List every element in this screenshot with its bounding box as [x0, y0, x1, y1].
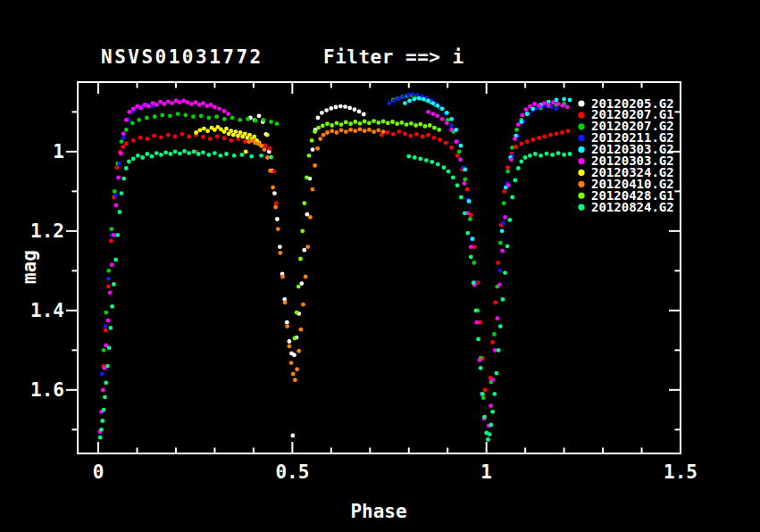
data-point — [430, 101, 435, 105]
data-point — [495, 316, 499, 320]
data-point — [395, 121, 399, 126]
data-point — [295, 367, 299, 371]
data-point — [285, 324, 289, 328]
data-point — [372, 129, 376, 134]
legend-marker-icon — [578, 181, 584, 187]
data-point — [516, 166, 521, 170]
data-point — [135, 104, 139, 109]
legend-marker-icon — [578, 123, 584, 129]
data-point — [102, 348, 106, 353]
data-point — [214, 114, 219, 119]
data-point — [119, 152, 123, 156]
data-point — [178, 152, 182, 156]
data-point — [106, 277, 111, 281]
data-point — [413, 123, 418, 128]
series-20120410.G2-7 — [246, 128, 385, 383]
data-point — [459, 195, 464, 200]
data-point — [542, 101, 547, 105]
data-point — [186, 100, 190, 104]
data-point — [409, 134, 413, 138]
data-point — [436, 113, 440, 118]
data-point — [191, 114, 196, 119]
data-point — [108, 290, 113, 295]
data-point — [143, 103, 147, 107]
data-point — [201, 101, 205, 105]
data-point — [405, 122, 409, 127]
data-point — [347, 106, 352, 111]
data-point — [181, 99, 186, 104]
data-point — [102, 408, 106, 412]
data-point — [138, 136, 143, 140]
data-point — [127, 160, 131, 164]
data-point — [170, 101, 174, 105]
data-point — [104, 380, 108, 385]
data-point — [109, 239, 113, 244]
data-point — [510, 195, 514, 200]
data-point — [348, 121, 353, 126]
series-20120824.G2-9 — [98, 149, 572, 442]
data-point — [280, 275, 285, 279]
data-point — [440, 106, 445, 111]
series-20120205.G2-0 — [248, 104, 366, 438]
data-point — [288, 339, 292, 344]
data-point — [330, 129, 334, 133]
legend-marker-icon — [578, 170, 584, 176]
data-point — [445, 121, 449, 125]
data-point — [299, 281, 304, 286]
data-point — [513, 179, 517, 183]
data-point — [367, 121, 372, 125]
data-point — [187, 151, 191, 155]
data-point — [145, 137, 149, 141]
series-20120303.G2-5 — [97, 99, 569, 434]
data-point — [199, 113, 204, 118]
data-point — [173, 150, 178, 154]
data-point — [302, 201, 306, 205]
data-point — [300, 229, 305, 233]
data-point — [386, 121, 390, 125]
data-point — [562, 97, 566, 102]
data-point — [289, 361, 294, 365]
data-point — [463, 211, 467, 215]
data-point — [104, 328, 108, 333]
data-point — [296, 349, 301, 353]
data-point — [121, 136, 126, 140]
data-point — [146, 104, 151, 109]
data-point — [313, 129, 317, 134]
data-point — [455, 183, 460, 187]
data-point — [110, 262, 114, 267]
data-point — [279, 251, 283, 255]
data-point — [120, 191, 124, 195]
data-point — [479, 366, 483, 370]
data-point — [390, 120, 395, 124]
data-point — [296, 285, 301, 289]
data-point — [145, 152, 149, 156]
data-point — [472, 261, 476, 265]
data-point — [502, 189, 506, 194]
data-point — [265, 133, 270, 137]
data-point — [275, 121, 280, 126]
y-tick-label: 1.4 — [30, 300, 64, 321]
data-point — [112, 282, 116, 287]
data-point — [194, 130, 198, 135]
data-point — [501, 297, 505, 302]
data-point — [444, 141, 448, 145]
data-point — [492, 332, 497, 337]
data-point — [560, 130, 564, 135]
data-point — [566, 129, 571, 133]
data-point — [275, 217, 280, 221]
data-point — [112, 233, 116, 237]
data-point — [196, 152, 201, 156]
data-point — [178, 100, 182, 104]
data-point — [100, 372, 104, 377]
data-point — [568, 152, 572, 156]
data-point — [550, 153, 555, 157]
data-point — [562, 153, 566, 157]
data-point — [240, 153, 245, 157]
data-point — [276, 227, 280, 231]
data-point — [169, 152, 173, 156]
data-point — [436, 162, 440, 167]
data-point — [207, 153, 212, 157]
data-point — [247, 133, 252, 137]
data-point — [131, 138, 136, 143]
data-point — [449, 145, 454, 150]
